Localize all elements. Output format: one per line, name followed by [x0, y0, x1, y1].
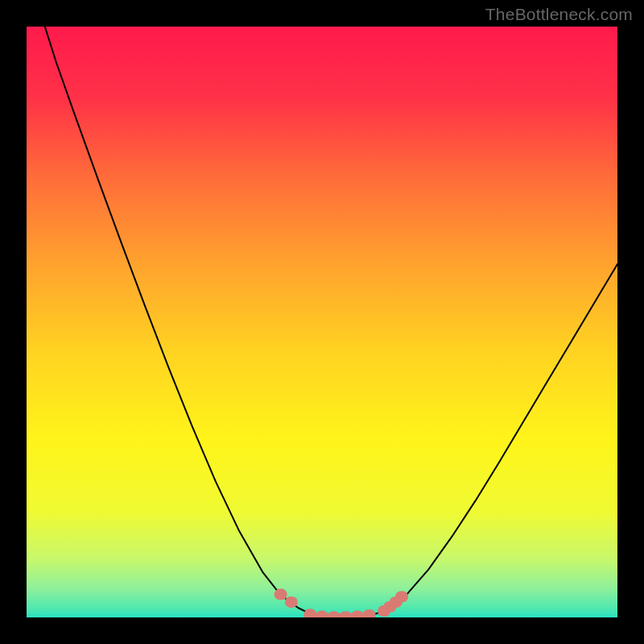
marker-dot	[285, 597, 298, 608]
plot-area	[27, 27, 617, 617]
gradient-background	[27, 27, 617, 617]
marker-dot	[275, 588, 287, 600]
bottleneck-chart	[27, 27, 617, 617]
marker-dot	[395, 591, 408, 602]
chart-container: TheBottleneck.com	[0, 0, 644, 644]
watermark-text: TheBottleneck.com	[485, 5, 633, 24]
